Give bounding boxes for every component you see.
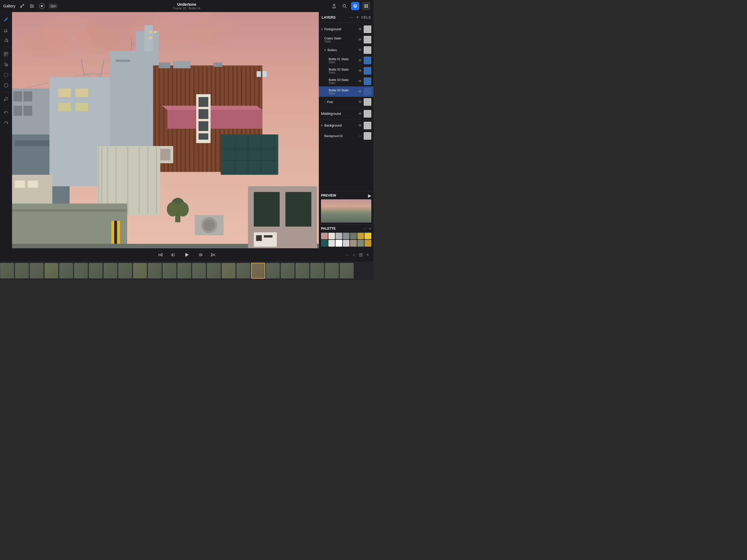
brush-size-display[interactable]: 1px [49,4,57,8]
layer-background[interactable]: ▾ Background 👁 [319,120,374,131]
timeline-frame[interactable] [310,263,324,279]
timeline-frame[interactable] [281,263,295,279]
pots-expand-icon[interactable]: › [324,100,325,104]
palette-color-5[interactable] [357,233,364,239]
timeline-frame[interactable] [207,263,221,279]
timeline-frame[interactable] [177,263,191,279]
layers-add-button[interactable]: + [356,14,359,21]
timeline-frame[interactable] [192,263,206,279]
playback-loop-icon[interactable]: ○ [353,252,356,258]
layer-bottles[interactable]: ▾ Bottles 👁 [319,45,374,55]
timeline-frame[interactable] [266,263,280,279]
timeline-frame[interactable] [340,263,354,279]
layer-pots[interactable]: › Pots 👁 [319,97,374,107]
timeline-frame[interactable] [103,263,118,279]
timeline[interactable] [0,261,374,280]
palette-color-6[interactable] [364,233,371,239]
layer-bottle02[interactable]: Bottle 02 Static Static 👁 [319,66,374,76]
layer-background01[interactable]: Backgroud 01 — [319,131,374,141]
forward-button[interactable] [198,252,204,258]
timeline-frame[interactable] [148,263,162,279]
background-visibility-icon[interactable]: 👁 [358,123,362,128]
eraser-tool[interactable] [1,25,11,34]
middleground-visibility-icon[interactable]: 👁 [358,111,362,116]
share-icon[interactable] [330,2,338,10]
palette-color-7[interactable] [321,240,328,247]
palette-color-10[interactable] [343,240,350,247]
timeline-frame[interactable] [133,263,147,279]
foreground-expand-icon[interactable]: ▾ [321,27,323,31]
bottles-visibility-icon[interactable]: 👁 [358,48,362,52]
brush-color-indicator[interactable] [39,3,45,9]
palette-color-4[interactable] [350,233,357,239]
palette-color-8[interactable] [328,240,335,247]
palette-color-11[interactable] [350,240,357,247]
layer-foreground[interactable]: ▾ Foreground 👁 [319,24,374,34]
timeline-frame[interactable] [44,263,58,279]
timeline-frame[interactable] [74,263,88,279]
timeline-frame[interactable] [118,263,132,279]
layers-mode-button[interactable] [351,2,359,10]
search-icon[interactable] [341,2,349,10]
play-button[interactable] [182,250,192,260]
timeline-frame-active[interactable] [251,263,265,279]
foreground-visibility-icon[interactable]: 👁 [358,27,362,31]
undo-button[interactable] [1,108,11,118]
back-button[interactable] [170,252,175,258]
wrench-icon[interactable] [19,3,25,9]
transform-tool[interactable] [1,50,11,59]
playback-add-icon[interactable]: + [366,252,369,258]
timeline-frame[interactable] [88,263,103,279]
palette-color-2[interactable] [335,233,342,239]
skip-back-button[interactable] [158,252,163,258]
eyedropper-tool[interactable] [1,95,11,104]
settings-icon[interactable] [29,3,35,9]
timeline-frame[interactable] [325,263,339,279]
palette-color-9[interactable] [335,240,342,247]
crates-visibility-icon[interactable]: 👁 [358,37,362,42]
timeline-frame[interactable] [222,263,236,279]
timeline-frame[interactable] [162,263,177,279]
layer-bottle03[interactable]: Bottle 03 Static Static 👁 [319,76,374,86]
fill-tool[interactable] [1,35,11,45]
timeline-frame[interactable] [236,263,251,279]
timeline-frame[interactable] [15,263,29,279]
layers-more-button[interactable]: ··· [350,15,354,20]
playback-add-frame-icon[interactable]: ⊞ [359,252,363,258]
timeline-frame[interactable] [295,263,310,279]
gallery-button[interactable]: Gallery [3,4,15,8]
redo-button[interactable] [1,119,11,128]
layer-middleground[interactable]: Middleground 👁 [319,108,374,119]
layer-bottle04[interactable]: Bottle 04 Static Static 👁 [319,86,374,97]
palette-color-0[interactable] [321,233,328,239]
ellipse-tool[interactable] [1,81,11,90]
bottle04-visibility-icon[interactable]: 👁 [358,90,362,94]
pots-visibility-icon[interactable]: 👁 [358,100,362,104]
palette-color-13[interactable] [364,240,371,247]
palette-color-3[interactable] [343,233,350,239]
skip-forward-button[interactable] [210,252,216,258]
bottle03-visibility-icon[interactable]: 👁 [358,79,362,83]
background-expand-icon[interactable]: ▾ [321,124,323,127]
palette-color-1[interactable] [328,233,335,239]
layer-crates[interactable]: Crates Static Static 👁 [319,34,374,45]
bottles-expand-icon[interactable]: ▾ [324,48,326,52]
pen-tool[interactable] [1,15,11,24]
palette-color-12[interactable] [357,240,364,247]
canvas-area[interactable] [12,12,319,248]
preview-play-button[interactable]: ▶ [368,193,371,198]
layers-tab-title[interactable]: LAYERS [321,15,350,19]
lasso-tool[interactable] [1,70,11,80]
palette-more-icon[interactable]: ··· [363,226,366,231]
layer-bottle01[interactable]: Bottle 01 Static Static 👁 [319,55,374,66]
timeline-frame[interactable] [0,263,14,279]
timeline-frame[interactable] [29,263,44,279]
bottle02-visibility-icon[interactable]: 👁 [358,69,362,73]
palette-add-icon[interactable]: + [369,226,371,231]
cels-tab[interactable]: CELS [361,15,371,19]
grid-mode-button[interactable] [362,2,370,10]
playback-options-icon[interactable]: ··· [345,252,350,258]
timeline-frame[interactable] [59,263,73,279]
selection-tool[interactable] [1,60,11,69]
bottle01-visibility-icon[interactable]: 👁 [358,58,362,62]
